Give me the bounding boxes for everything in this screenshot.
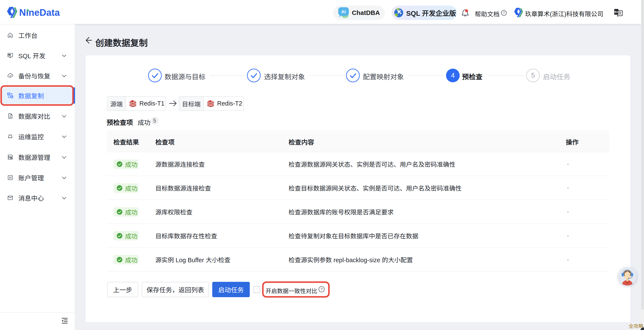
svg-text:?: ? [320, 287, 322, 292]
svg-text:En: En [614, 10, 618, 14]
svg-text:文: 文 [618, 10, 622, 16]
svg-text:AI: AI [342, 9, 346, 14]
svg-text:SQL: SQL [8, 54, 11, 56]
svg-text:?: ? [503, 11, 505, 15]
